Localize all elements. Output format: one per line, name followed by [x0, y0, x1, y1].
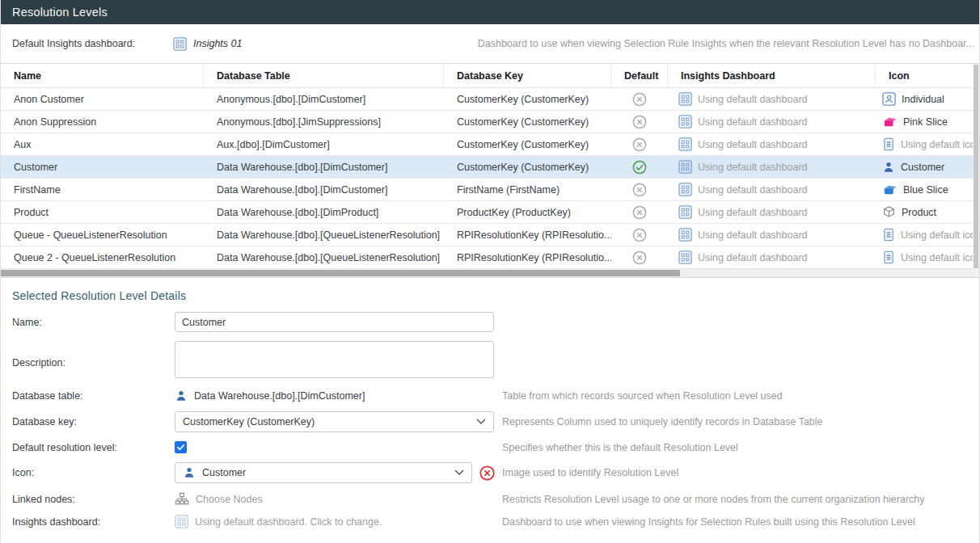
- cell-database-key: RPIResolutionKey (RPIResolutio...: [444, 252, 611, 263]
- default-doc-icon: [882, 137, 895, 151]
- name-field-row: Name:: [12, 312, 979, 332]
- column-header-icon[interactable]: Icon: [876, 64, 979, 88]
- default-dashboard-value[interactable]: Insights 01: [173, 37, 242, 51]
- cell-insights-dashboard: Using default dashboard: [668, 92, 876, 106]
- icon-field-hint: Image used to identify Resolution Level: [502, 467, 979, 478]
- cell-icon: Individual: [876, 92, 979, 106]
- hierarchy-icon: [175, 492, 189, 506]
- insights-dashboard-field-row: Insights dashboard: Using default dashbo…: [12, 515, 979, 528]
- circle-x-icon: [632, 182, 648, 198]
- table-row[interactable]: AuxAux.[dbo].[DimCustomer]CustomerKey (C…: [1, 133, 979, 156]
- linked-nodes-field-row: Linked nodes: Choose Nodes Restricts Res…: [12, 492, 979, 506]
- insights-dashboard-button[interactable]: Using default dashboard. Click to change…: [175, 515, 502, 528]
- pink-slice-icon: [882, 116, 898, 128]
- database-key-label: Database key:: [12, 416, 175, 427]
- description-textarea[interactable]: [175, 341, 494, 378]
- circle-check-icon: [632, 159, 648, 175]
- cell-database-table: Data Warehouse.[dbo].[DimProduct]: [204, 207, 444, 218]
- clear-icon-button[interactable]: [479, 465, 496, 482]
- cell-name: Queue - QueueListenerResolution: [1, 229, 204, 241]
- column-header-insights-dashboard[interactable]: Insights Dashboard: [668, 64, 876, 88]
- table-row[interactable]: ProductData Warehouse.[dbo].[DimProduct]…: [1, 201, 979, 224]
- circle-x-icon: [632, 227, 648, 243]
- cell-default: [611, 250, 668, 266]
- dashboard-icon: [175, 515, 188, 528]
- cell-insights-dashboard: Using default dashboard: [668, 250, 876, 264]
- cell-database-key: CustomerKey (CustomerKey): [444, 139, 611, 150]
- circle-x-icon: [632, 250, 648, 266]
- cell-icon: Customer: [876, 161, 979, 174]
- choose-nodes-button[interactable]: Choose Nodes: [175, 492, 502, 506]
- default-doc-icon: [882, 228, 895, 242]
- column-header-database-table[interactable]: Database Table: [204, 64, 444, 88]
- person-icon: [183, 466, 196, 479]
- details-section-title: Selected Resolution Level Details: [12, 289, 979, 302]
- database-key-select[interactable]: CustomerKey (CustomerKey): [175, 411, 494, 432]
- column-header-name[interactable]: Name: [1, 64, 204, 88]
- database-table-label: Database table:: [12, 390, 175, 402]
- table-row[interactable]: Queue 2 - QueueListenerResolutionData Wa…: [1, 246, 979, 269]
- table-row[interactable]: CustomerData Warehouse.[dbo].[DimCustome…: [1, 156, 979, 179]
- cell-icon: Using default icon: [876, 137, 979, 151]
- database-key-field-row: Database key: CustomerKey (CustomerKey) …: [12, 411, 979, 432]
- column-header-default[interactable]: Default: [611, 64, 668, 88]
- default-dashboard-hint: Dashboard to use when viewing Selection …: [478, 38, 974, 49]
- table-row[interactable]: Anon SuppressionAnonymous.[dbo].[JimSupp…: [1, 111, 979, 133]
- chevron-down-icon: [454, 469, 464, 476]
- column-header-database-key[interactable]: Database Key: [444, 64, 611, 88]
- dashboard-icon: [678, 160, 692, 174]
- default-level-checkbox[interactable]: [175, 441, 187, 453]
- table-header-row: Name Database Table Database Key Default…: [1, 64, 979, 88]
- cell-insights-dashboard: Using default dashboard: [668, 205, 876, 219]
- cell-database-table: Data Warehouse.[dbo].[DimCustomer]: [204, 162, 444, 173]
- database-table-field-row: Database table: Data Warehouse.[dbo].[Di…: [12, 389, 979, 402]
- cell-name: Queue 2 - QueueListenerResolution: [1, 252, 204, 263]
- selected-resolution-details-section: Selected Resolution Level Details Name: …: [1, 278, 979, 528]
- cell-database-table: Anonymous.[dbo].[DimCustomer]: [204, 94, 444, 105]
- cell-database-key: RPIResolutionKey (RPIResolutio...: [444, 229, 611, 241]
- dashboard-icon: [678, 250, 692, 264]
- table-row[interactable]: Queue - QueueListenerResolutionData Ware…: [1, 224, 979, 246]
- panel-title-bar: Resolution Levels: [1, 0, 979, 24]
- database-key-hint: Represents Column used to uniquely ident…: [502, 416, 979, 427]
- person-icon: [175, 389, 188, 402]
- cell-database-table: Anonymous.[dbo].[JimSuppressions]: [204, 116, 444, 128]
- icon-select[interactable]: Customer: [175, 462, 472, 483]
- cell-database-table: Data Warehouse.[dbo].[QueueListenerResol…: [204, 229, 444, 241]
- default-dashboard-row: Default Insights dashboard: Insights 01 …: [1, 24, 979, 63]
- table-body: Anon CustomerAnonymous.[dbo].[DimCustome…: [1, 88, 979, 269]
- cell-database-key: CustomerKey (CustomerKey): [444, 162, 611, 173]
- dashboard-icon: [173, 37, 187, 51]
- cell-database-key: CustomerKey (CustomerKey): [444, 116, 611, 128]
- cell-name: Anon Customer: [1, 94, 204, 105]
- cell-database-table: Data Warehouse.[dbo].[QueueListenerResol…: [204, 252, 444, 263]
- cell-name: FirstName: [1, 184, 204, 196]
- cell-name: Product: [1, 207, 204, 218]
- cell-icon: Using default icon: [876, 250, 979, 264]
- cell-default: [611, 204, 668, 221]
- database-table-hint: Table from which records sourced when Re…: [502, 390, 979, 402]
- cell-icon: Product: [876, 205, 979, 219]
- vertical-scrollbar[interactable]: [973, 64, 979, 277]
- cell-insights-dashboard: Using default dashboard: [668, 228, 876, 242]
- vertical-scrollbar-thumb[interactable]: [974, 65, 978, 268]
- insights-dashboard-label: Insights dashboard:: [12, 516, 175, 528]
- cell-insights-dashboard: Using default dashboard: [668, 137, 876, 151]
- cell-name: Anon Suppression: [1, 116, 204, 128]
- default-level-hint: Specifies whether this is the default Re…: [502, 442, 979, 453]
- table-row[interactable]: FirstNameData Warehouse.[dbo].[DimCustom…: [1, 179, 979, 201]
- cell-default: [611, 182, 668, 198]
- dashboard-icon: [678, 205, 692, 219]
- name-input[interactable]: [175, 312, 494, 332]
- cell-database-key: ProductKey (ProductKey): [444, 207, 611, 218]
- cell-default: [611, 91, 668, 107]
- horizontal-scrollbar[interactable]: [1, 269, 974, 277]
- dashboard-icon: [678, 92, 692, 106]
- default-level-field-row: Default resolution level: Specifies whet…: [12, 441, 979, 453]
- horizontal-scrollbar-thumb[interactable]: [1, 270, 680, 276]
- default-dashboard-label: Default Insights dashboard:: [12, 38, 173, 49]
- icon-field-label: Icon:: [12, 467, 175, 478]
- cell-database-key: FirstName (FirstName): [444, 184, 611, 196]
- cell-database-table: Data Warehouse.[dbo].[DimCustomer]: [204, 184, 444, 196]
- table-row[interactable]: Anon CustomerAnonymous.[dbo].[DimCustome…: [1, 88, 979, 111]
